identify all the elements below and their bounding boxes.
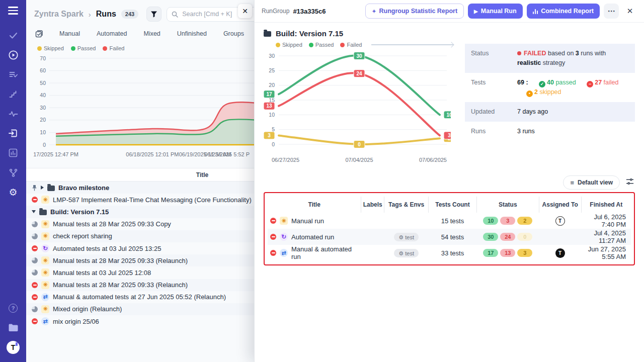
- projects-folder-icon[interactable]: [0, 318, 26, 337]
- drawer-chart-legend: Skipped Passed Failed: [264, 42, 461, 48]
- run-title[interactable]: Manual run: [291, 217, 324, 225]
- runs-value: 3 runs: [517, 127, 535, 136]
- svg-text:50: 50: [40, 80, 46, 86]
- finished-at: Jul 6, 2025 7:40 PM: [581, 213, 631, 229]
- tag-chip[interactable]: ⚙ test: [394, 249, 419, 257]
- plans-list-icon[interactable]: [0, 65, 26, 84]
- svg-text:30: 30: [269, 53, 275, 59]
- play-icon: ▶: [474, 9, 478, 14]
- blocked-status-icon: [32, 282, 38, 288]
- rungroup-statistic-report-button[interactable]: ✦ Rungroup Statistic Report: [365, 4, 464, 19]
- branch-share-icon[interactable]: [0, 163, 26, 183]
- runs-play-icon[interactable]: [0, 45, 26, 65]
- run-title: mix origin 25/06: [53, 318, 99, 325]
- runs-row: Runs 3 runs: [465, 122, 635, 141]
- run-title: Manual tests at 28 Mar 2025 09:33 (Relau…: [53, 281, 188, 289]
- col-assigned-to[interactable]: Assigned To: [539, 197, 581, 213]
- close-icon: ✕: [242, 7, 248, 15]
- run-title: check report sharing: [53, 232, 112, 240]
- filter-button[interactable]: [146, 7, 162, 22]
- status-pills: 10 3 2: [477, 217, 538, 225]
- col-tags-envs[interactable]: Tags & Envs: [384, 197, 429, 213]
- blocked-status-icon: [270, 234, 276, 240]
- breadcrumb-separator: ›: [89, 10, 91, 19]
- svg-text:25: 25: [269, 67, 275, 73]
- progress-status-icon: [32, 269, 38, 276]
- blocked-status-icon: [32, 318, 38, 324]
- svg-text:0: 0: [272, 141, 275, 147]
- blocked-status-icon: [32, 294, 38, 300]
- assignee-avatar[interactable]: T: [555, 216, 565, 226]
- default-view-button[interactable]: ≡ Default view: [563, 175, 620, 190]
- svg-text:40: 40: [40, 92, 46, 98]
- svg-text:10: 10: [446, 112, 451, 118]
- steps-icon[interactable]: [0, 84, 26, 104]
- assignee-avatar[interactable]: T: [555, 248, 565, 258]
- table-row[interactable]: ✳ Manual run 15 tests 10 3 2 T Jul 6, 20…: [268, 213, 631, 229]
- manual-run-icon: ✳: [280, 217, 288, 225]
- settings-gear-icon[interactable]: ⚙: [0, 183, 26, 202]
- collapse-caret-icon[interactable]: [32, 210, 36, 213]
- close-icon: ✕: [627, 7, 633, 15]
- status-pills: 30 24 0: [477, 233, 538, 241]
- passed-dot: [309, 43, 313, 47]
- tab-manual[interactable]: Manual: [59, 30, 80, 37]
- import-icon[interactable]: [0, 124, 26, 143]
- menu-icon[interactable]: [8, 7, 18, 15]
- tag-chip[interactable]: ⚙ test: [394, 233, 419, 241]
- svg-text:60: 60: [40, 67, 46, 73]
- table-row[interactable]: ↻ Automated run ⚙ test 54 tests 30 24 0 …: [268, 229, 631, 245]
- svg-text:3: 3: [448, 133, 451, 138]
- col-labels[interactable]: Labels: [361, 197, 384, 213]
- drawer-close-button[interactable]: ✕: [623, 4, 637, 18]
- manual-run-button[interactable]: ▶ Manual Run: [468, 4, 523, 19]
- run-title[interactable]: Automated run: [291, 233, 334, 241]
- rungroup-drawer: RunGroup #13a335c6 ✦ Rungroup Statistic …: [254, 0, 644, 362]
- tab-unfinished[interactable]: Unfinished: [177, 30, 207, 37]
- expand-caret-icon[interactable]: [41, 186, 44, 190]
- col-status[interactable]: Status: [476, 197, 539, 213]
- tab-mixed[interactable]: Mixed: [143, 30, 160, 37]
- table-row[interactable]: ⇄ Manual & automated run ⚙ test 33 tests…: [268, 245, 631, 261]
- rungroup-id: #13a335c6: [293, 8, 326, 15]
- updated-label: Updated: [471, 107, 517, 117]
- funnel-icon: [150, 11, 157, 18]
- skipped-dot-icon: •: [526, 90, 533, 97]
- blocked-status-icon: [270, 218, 276, 224]
- svg-text:5: 5: [272, 126, 275, 132]
- col-title[interactable]: Title: [268, 197, 361, 213]
- tab-groups[interactable]: Groups: [223, 30, 244, 37]
- skipped-dot: [276, 43, 280, 47]
- search-input[interactable]: [181, 10, 247, 18]
- tests-count: 54 tests: [429, 229, 477, 245]
- page-title: Runs: [96, 10, 116, 19]
- tests-value: 69 : ✓40 passed −27 failed •2 skipped: [517, 78, 629, 98]
- svg-text:17: 17: [266, 92, 272, 97]
- pulse-icon[interactable]: [0, 104, 26, 124]
- more-actions-button[interactable]: ⋯: [604, 4, 619, 19]
- breadcrumb-app[interactable]: Zyntra Spark: [34, 10, 84, 19]
- blocked-status-icon: [32, 245, 38, 251]
- manual-run-icon: ✳: [41, 220, 49, 228]
- tests-check-icon[interactable]: [0, 26, 26, 45]
- secondary-close-button[interactable]: ✕: [238, 4, 252, 18]
- run-title[interactable]: Manual & automated run: [291, 245, 361, 260]
- select-all-icon[interactable]: [35, 30, 43, 38]
- col-tests-count[interactable]: Tests Count: [429, 197, 477, 213]
- finished-at: Jul 4, 2025 11:27 AM: [581, 229, 631, 245]
- updated-value: 7 days ago: [517, 107, 548, 117]
- search-icon: [172, 11, 178, 18]
- table-settings-icon[interactable]: [626, 178, 634, 187]
- tab-automated[interactable]: Automated: [97, 30, 127, 37]
- gear-icon: ⚙: [398, 234, 404, 240]
- app-sidebar: ⚙ ? T: [0, 0, 26, 362]
- user-avatar[interactable]: T: [0, 337, 26, 357]
- svg-text:13: 13: [266, 103, 272, 109]
- tests-count: 15 tests: [429, 213, 477, 229]
- timeline-arrow: [371, 44, 454, 45]
- reports-barchart-icon[interactable]: [0, 143, 26, 163]
- milestone-title: Bravo milestone: [58, 184, 109, 192]
- help-icon[interactable]: ?: [0, 298, 26, 318]
- combined-report-button[interactable]: Combined Report: [527, 4, 600, 19]
- col-finished-at[interactable]: Finished At: [581, 197, 631, 213]
